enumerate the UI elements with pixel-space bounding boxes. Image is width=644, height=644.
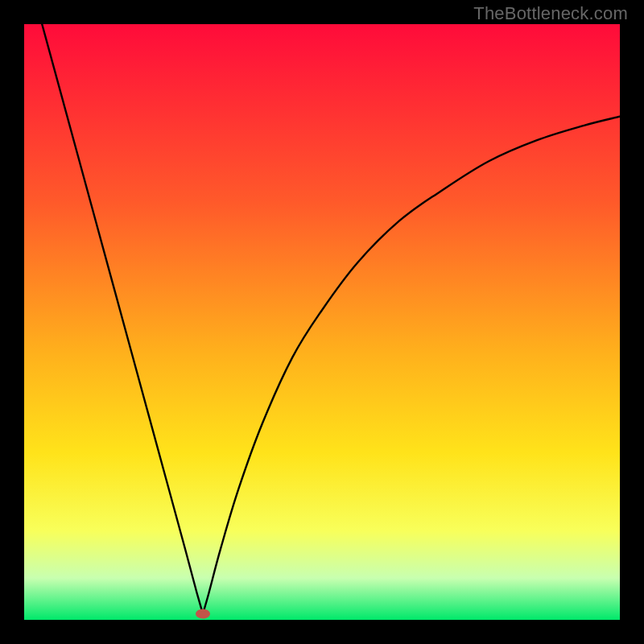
chart-svg <box>24 24 620 620</box>
gradient-background <box>24 24 620 620</box>
plot-area <box>24 24 620 620</box>
minimum-marker <box>196 609 210 619</box>
watermark-text: TheBottleneck.com <box>473 3 628 24</box>
chart-frame: TheBottleneck.com <box>0 0 644 644</box>
